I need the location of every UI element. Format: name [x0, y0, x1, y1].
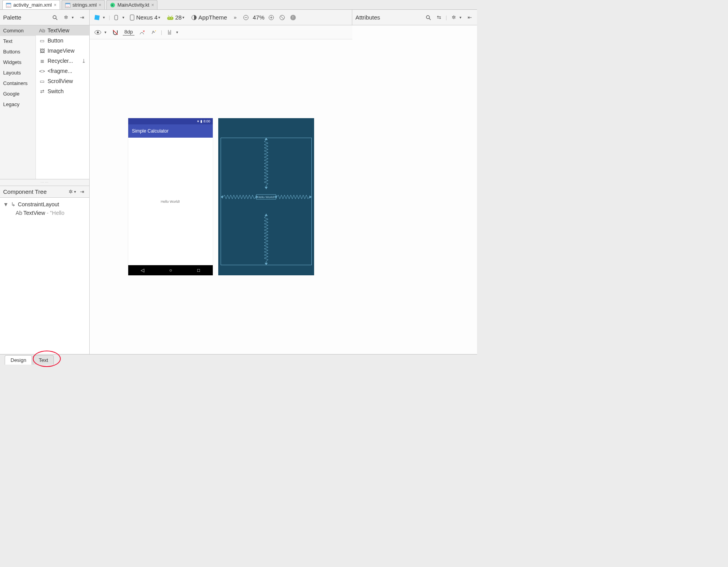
file-tab-mainactivity[interactable]: K MainActivity.kt ×: [106, 0, 157, 9]
file-tab-activity-main[interactable]: <> activity_main.xml ×: [2, 0, 60, 9]
close-icon[interactable]: ×: [99, 2, 101, 8]
download-icon[interactable]: ⤓: [81, 58, 86, 64]
fragment-icon: <>: [39, 68, 45, 74]
xml-file-icon: <>: [65, 2, 71, 8]
gear-icon[interactable]: ✲: [66, 188, 75, 196]
palette-category-text[interactable]: Text: [0, 36, 35, 46]
zoom-out-icon[interactable]: [242, 13, 250, 22]
blueprint-textview[interactable]: Hello World!: [256, 194, 276, 199]
search-icon[interactable]: [424, 13, 433, 22]
wifi-icon: ▾: [197, 119, 199, 123]
palette-widget-label: Recycler...: [48, 58, 73, 64]
collapse-icon[interactable]: ⇤: [465, 13, 474, 22]
palette-widget-switch[interactable]: ⇄Switch: [36, 86, 89, 96]
palette-widget-label: Switch: [48, 88, 64, 94]
palette-header: Palette ✲▾ ⇥: [0, 10, 90, 25]
tree-row-label: TextView: [23, 210, 45, 216]
constraint-spring-right: [274, 194, 312, 200]
palette-categories: Common Text Buttons Widgets Layouts Cont…: [0, 25, 36, 179]
chevron-down-icon: ▾: [74, 190, 76, 194]
design-canvas[interactable]: ▾ ▮ 8:00 Simple Calculator Hello World! …: [90, 39, 352, 354]
preview-body[interactable]: Hello World!: [128, 138, 213, 265]
theme-picker[interactable]: AppTheme: [190, 14, 228, 21]
preview-nav-bar: ◁ ○ □: [128, 265, 213, 275]
tree-row-constraintlayout[interactable]: ▼ ↳ ConstraintLayout: [0, 200, 89, 209]
orientation-icon[interactable]: [112, 13, 121, 22]
tab-design[interactable]: Design: [5, 355, 32, 365]
preview-app-title: Simple Calculator: [132, 128, 169, 134]
magnet-icon[interactable]: [111, 28, 120, 37]
svg-text:!: !: [292, 15, 293, 20]
palette-widget-label: ImageView: [48, 48, 74, 54]
xml-file-icon: <>: [6, 2, 11, 8]
palette-category-common[interactable]: Common: [0, 25, 35, 36]
constraint-spring-left: [221, 194, 258, 200]
attributes-panel: [352, 25, 477, 354]
battery-icon: ▮: [200, 119, 202, 123]
svg-line-17: [171, 15, 172, 17]
palette-category-layouts[interactable]: Layouts: [0, 67, 35, 78]
api-picker[interactable]: 28 ▾: [166, 14, 187, 21]
collapse-icon[interactable]: ⇥: [78, 13, 86, 22]
svg-point-15: [171, 18, 172, 18]
palette-widget-button[interactable]: ▭Button: [36, 35, 89, 46]
textview-icon: Ab: [39, 28, 45, 34]
file-tab-label: activity_main.xml: [13, 2, 52, 8]
svg-text:K: K: [111, 4, 114, 7]
close-icon[interactable]: ×: [151, 2, 154, 8]
palette-category-widgets[interactable]: Widgets: [0, 57, 35, 67]
close-icon[interactable]: ×: [54, 2, 57, 8]
palette-widget-textview[interactable]: AbTextView: [36, 25, 89, 35]
chevron-down-icon: ▾: [103, 15, 105, 19]
tree-row-textview[interactable]: Ab TextView - "Hello: [0, 209, 89, 217]
design-surface-icon[interactable]: [93, 13, 101, 22]
default-margin[interactable]: 8dp: [123, 29, 134, 35]
palette-category-legacy[interactable]: Legacy: [0, 99, 35, 110]
file-tab-strings[interactable]: <> strings.xml ×: [62, 0, 105, 9]
palette-widget-recycler[interactable]: ≣Recycler...⤓: [36, 56, 89, 66]
file-tab-strip: <> activity_main.xml × <> strings.xml × …: [0, 0, 477, 10]
palette-widget-imageview[interactable]: 🖼ImageView: [36, 46, 89, 56]
palette-widget-fragment[interactable]: <><fragme...: [36, 66, 89, 76]
svg-line-25: [281, 16, 284, 19]
gear-icon[interactable]: ✲: [449, 13, 458, 22]
svg-rect-10: [94, 15, 100, 20]
view-options-icon[interactable]: [94, 28, 102, 37]
warnings-icon[interactable]: !: [289, 13, 297, 22]
svg-marker-42: [265, 214, 268, 216]
blueprint-preview[interactable]: Hello World!: [218, 118, 314, 275]
search-icon[interactable]: [51, 13, 59, 22]
api-label: 28: [175, 14, 182, 21]
clear-constraints-icon[interactable]: [138, 28, 146, 37]
svg-marker-46: [309, 195, 312, 198]
palette-category-google[interactable]: Google: [0, 89, 35, 99]
gear-icon[interactable]: ✲: [62, 13, 70, 22]
device-label: Nexus 4: [136, 14, 157, 21]
design-toolbar: ▾ | ▾ Nexus 4 ▾ 28 ▾ AppTheme » 47% !: [90, 10, 352, 25]
splitter-handle[interactable]: ⋯⋯: [0, 179, 89, 186]
zoom-fit-icon[interactable]: [278, 13, 286, 22]
svg-rect-12: [130, 15, 134, 20]
svg-line-16: [168, 15, 169, 17]
guidelines-icon[interactable]: [165, 28, 174, 37]
expand-all-icon[interactable]: ⇆: [435, 13, 444, 22]
zoom-label: 47%: [253, 14, 264, 21]
device-picker[interactable]: Nexus 4 ▾: [128, 14, 163, 21]
chevron-down-icon: ▾: [459, 15, 461, 19]
nav-recent-icon: □: [197, 268, 200, 273]
infer-constraints-icon[interactable]: [149, 28, 158, 37]
palette-title: Palette: [3, 14, 21, 21]
collapse-icon[interactable]: ⇥: [78, 188, 86, 196]
zoom-in-icon[interactable]: [267, 13, 276, 22]
palette-widget-label: <fragme...: [48, 68, 72, 74]
component-tree-title: Component Tree: [3, 188, 47, 195]
device-preview[interactable]: ▾ ▮ 8:00 Simple Calculator Hello World! …: [128, 118, 213, 275]
locale-icon[interactable]: »: [231, 13, 239, 22]
palette-widget-scrollview[interactable]: ▭ScrollView: [36, 76, 89, 86]
constraint-spring-top: [263, 138, 269, 189]
tab-text[interactable]: Text: [33, 355, 54, 365]
preview-textview[interactable]: Hello World!: [161, 200, 180, 204]
palette-category-buttons[interactable]: Buttons: [0, 46, 35, 57]
palette-category-containers[interactable]: Containers: [0, 78, 35, 89]
palette-widget-label: ScrollView: [48, 78, 73, 84]
